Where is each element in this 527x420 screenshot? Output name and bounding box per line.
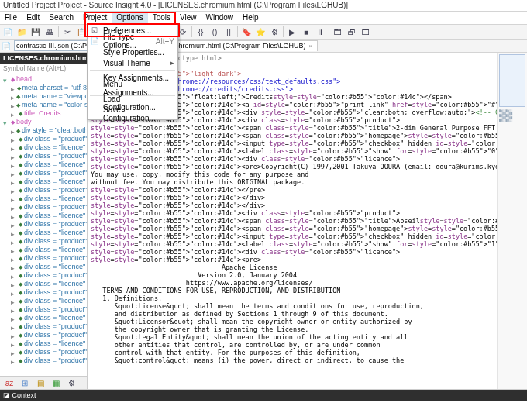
toolbar-button[interactable]: 📁 [16, 26, 28, 38]
tree-node[interactable]: ▸◆div class = "product" [0, 220, 87, 229]
expand-icon[interactable]: ▸ [11, 111, 17, 117]
tree-node[interactable]: ▸◆div class = "product" [0, 237, 87, 246]
tree-node[interactable]: ▸◆div class = "product" [0, 152, 87, 160]
menu-help[interactable]: Help [238, 12, 264, 24]
menu-project[interactable]: Project [78, 12, 112, 24]
menu-file[interactable]: File [0, 12, 22, 24]
toolbar-button[interactable]: ⭐ [254, 26, 267, 38]
expand-icon[interactable]: ▸ [11, 307, 17, 313]
expand-icon[interactable]: ▸ [11, 332, 17, 339]
expand-icon[interactable]: ▸ [11, 264, 17, 270]
tree-node[interactable]: ▸◆div class = "licence" [0, 314, 87, 322]
tree-node[interactable]: ▸◆div class = "licence" [0, 297, 87, 305]
tree-node[interactable]: ▸◆div class = "product" [0, 356, 87, 365]
menu-item-visual-theme[interactable]: Visual Theme [88, 57, 177, 68]
expand-icon[interactable]: ▸ [11, 230, 17, 236]
expand-icon[interactable]: ▸ [11, 281, 17, 287]
expand-icon[interactable]: ▸ [11, 205, 17, 211]
view-list-icon[interactable]: ▤ [34, 377, 46, 389]
tree-node[interactable]: ▸◆div class = "product" [0, 348, 87, 356]
tree-node[interactable]: ▸◆div class = "product" [0, 169, 87, 177]
menu-view[interactable]: View [175, 12, 202, 24]
expand-icon[interactable]: ▸ [11, 153, 17, 160]
toolbar-button[interactable]: {} [195, 26, 207, 38]
view-settings-icon[interactable]: ⚙ [65, 377, 78, 389]
tree-node[interactable]: ▸◆div class = "product" [0, 271, 87, 280]
menu-item-save-configuration[interactable]: Save Configuration... [88, 108, 177, 119]
view-tree-icon[interactable]: ⊞ [19, 377, 31, 389]
tree-node[interactable]: ▾◆body [0, 118, 87, 126]
toolbar-button[interactable]: ✂ [61, 26, 74, 38]
expand-icon[interactable]: ▸ [11, 324, 17, 330]
collapse-icon[interactable]: ▾ [3, 119, 9, 126]
menu-tools[interactable]: Tools [148, 12, 175, 24]
expand-icon[interactable]: ▸ [11, 162, 17, 168]
toolbar-button[interactable]: ⟳ [177, 26, 189, 38]
toolbar-button[interactable]: ⚙ [268, 26, 281, 38]
tree-node[interactable]: ▸◆div class = "product" [0, 135, 87, 143]
tree-node[interactable]: ▸◆div class = "product" [0, 186, 87, 195]
toolbar-button[interactable]: ■ [300, 26, 312, 38]
symbol-tree[interactable]: ▾◆head▸◆meta charset = "utf-8▸◆meta name… [0, 74, 87, 376]
expand-icon[interactable]: ▸ [11, 128, 15, 134]
tree-node[interactable]: ▸◆title: Credits [0, 109, 87, 118]
toolbar-button[interactable]: 🖶 [43, 26, 56, 38]
minimap-viewport[interactable] [499, 54, 525, 107]
tree-node[interactable]: ▸◆div class = "product" [0, 305, 87, 314]
toolbar-button[interactable]: 🔖 [240, 26, 253, 38]
tree-node[interactable]: ▸◆div class = "licence" [0, 195, 87, 203]
toolbar-button[interactable]: 📋 [75, 26, 88, 38]
expand-icon[interactable]: ▸ [11, 196, 17, 202]
symbol-filter-input[interactable]: Symbol Name (Alt+L) [0, 64, 87, 74]
toolbar-button[interactable]: 🗖 [360, 26, 372, 38]
tree-node[interactable]: ▸◆div class = "product" [0, 288, 87, 297]
tree-node[interactable]: ▸◆div class = "licence" [0, 280, 87, 288]
menu-item-file-type-options[interactable]: 📄File Type Options...Alt+Y [88, 36, 177, 46]
expand-icon[interactable]: ▸ [11, 315, 17, 322]
expand-icon[interactable]: ▸ [11, 239, 17, 245]
tree-node[interactable]: ▸◆div class = "licence" [0, 143, 87, 152]
tree-node[interactable]: ▸◆div class = "licence" [0, 229, 87, 237]
expand-icon[interactable]: ▸ [11, 213, 17, 219]
expand-icon[interactable]: ▸ [11, 247, 17, 253]
collapse-icon[interactable]: ▾ [3, 77, 9, 83]
expand-icon[interactable]: ▸ [11, 222, 17, 228]
expand-icon[interactable]: ▸ [11, 358, 17, 364]
tree-node[interactable]: ▾◆head [0, 75, 87, 84]
view-layers-icon[interactable]: ▦ [50, 377, 62, 389]
toolbar-button[interactable]: 📄 [2, 26, 14, 38]
menu-window[interactable]: Window [202, 12, 239, 24]
expand-icon[interactable]: ▸ [11, 145, 17, 151]
tree-node[interactable]: ▸◆div class = "product" [0, 203, 87, 212]
tree-node[interactable]: ▸◆div class = "licence" [0, 263, 87, 271]
expand-icon[interactable]: ▸ [11, 102, 15, 108]
expand-icon[interactable]: ▸ [11, 188, 17, 194]
expand-icon[interactable]: ▸ [11, 85, 16, 91]
tree-node[interactable]: ▸◆div class = "licence" [0, 339, 87, 348]
tree-node[interactable]: ▸◆meta charset = "utf-8 [0, 84, 87, 92]
expand-icon[interactable]: ▸ [11, 94, 15, 100]
expand-icon[interactable]: ▸ [11, 349, 17, 356]
menu-item-style-properties[interactable]: Style Properties... [88, 46, 177, 57]
tree-node[interactable]: ▸◆meta name = "viewport" cont [0, 92, 87, 101]
tree-node[interactable]: ▸◆div class = "licence" [0, 160, 87, 169]
tree-node[interactable]: ▸◆div class = "product" [0, 254, 87, 263]
toolbar-button[interactable]: ⏸ [314, 26, 326, 38]
menu-item-menu-assignments[interactable]: Menu Assignments... [88, 83, 177, 94]
toolbar-button[interactable]: 💾 [29, 26, 42, 38]
toolbar-button[interactable]: () [208, 26, 221, 38]
tree-node[interactable]: ▸◆div style = "clear:both;overfl [0, 126, 87, 135]
expand-icon[interactable]: ▸ [11, 298, 17, 305]
menu-search[interactable]: Search [44, 12, 78, 24]
tree-node[interactable]: ▸◆div class = "product" [0, 331, 87, 339]
toolbar-button[interactable]: 🗔 [332, 26, 344, 38]
menu-edit[interactable]: Edit [22, 12, 44, 24]
expand-icon[interactable]: ▸ [11, 170, 17, 177]
expand-icon[interactable]: ▸ [11, 273, 17, 279]
expand-icon[interactable]: ▸ [11, 179, 17, 185]
toolbar-button[interactable]: [] [222, 26, 235, 38]
tree-node[interactable]: ▸◆meta name = "color-scheme [0, 101, 87, 109]
tree-node[interactable]: ▸◆div class = "product" [0, 322, 87, 331]
menu-options[interactable]: Options [112, 12, 147, 24]
tree-node[interactable]: ▸◆div class = "licence" [0, 212, 87, 220]
